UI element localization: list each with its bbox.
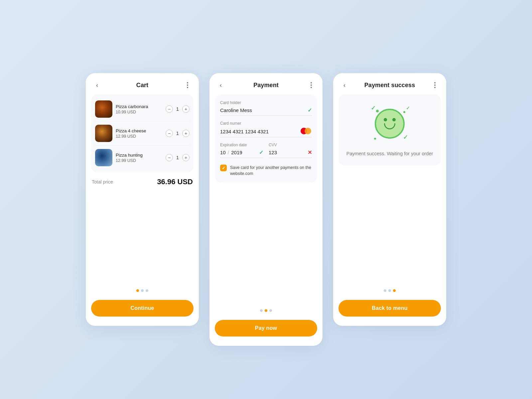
item-info: Pizza carbonara 10.99 USD	[112, 104, 166, 114]
table-row: Pizza hunting 12.99 USD − 1 +	[95, 146, 190, 170]
dot-active	[136, 289, 139, 292]
cvv-field: CVV 123 ✕	[269, 143, 312, 158]
dot-inactive	[141, 289, 144, 292]
cart-header: ‹ Cart	[86, 73, 199, 94]
expiry-field: Expiration date 10 / 2019 ✓	[220, 143, 263, 158]
pizza-4cheese-image	[95, 125, 112, 142]
success-content: ✓ ✓ ✓ Payment success. Waiting for your …	[338, 94, 441, 166]
increase-qty-button[interactable]: +	[182, 154, 190, 161]
item-name: Pizza hunting	[116, 153, 162, 158]
success-title: Payment success	[364, 82, 415, 89]
decrease-qty-button[interactable]: −	[166, 105, 173, 113]
valid-check-icon: ✓	[308, 107, 312, 113]
page-indicator	[333, 285, 446, 295]
mastercard-icon	[301, 128, 312, 135]
increase-qty-button[interactable]: +	[182, 105, 190, 113]
cart-screen: ‹ Cart Pizza carbonara 10.99 USD − 1 + P…	[86, 73, 199, 326]
expiry-valid-icon: ✓	[259, 149, 263, 156]
pizza-carbonara-image	[95, 100, 112, 118]
dot-inactive	[260, 309, 263, 312]
cart-title: Cart	[136, 82, 148, 89]
dot-inactive	[384, 289, 386, 292]
item-quantity: − 1 +	[166, 105, 190, 113]
smiley-eyes	[384, 118, 396, 121]
cvv-label: CVV	[269, 143, 312, 147]
cvv-value: 123	[269, 150, 308, 155]
decrease-qty-button[interactable]: −	[166, 154, 173, 161]
continue-button[interactable]: Continue	[91, 300, 194, 317]
deco-dot	[374, 138, 376, 140]
menu-button[interactable]	[183, 80, 192, 90]
dot-inactive	[388, 289, 391, 292]
payment-title: Payment	[253, 82, 279, 89]
deco-dot	[376, 110, 379, 112]
item-info: Pizza 4 cheese 12.99 USD	[112, 128, 166, 139]
dot-inactive	[269, 309, 272, 312]
success-header: ‹ Payment success	[333, 73, 446, 94]
table-row: Pizza carbonara 10.99 USD − 1 +	[95, 97, 190, 121]
back-button[interactable]: ‹	[340, 80, 349, 90]
success-message: Payment success. Waiting for your order	[346, 150, 433, 158]
qty-value: 1	[176, 131, 180, 136]
page-indicator	[209, 305, 323, 315]
cvv-row: 123 ✕	[269, 149, 312, 158]
item-quantity: − 1 +	[166, 130, 190, 137]
table-row: Pizza 4 cheese 12.99 USD − 1 +	[95, 121, 190, 146]
item-price: 10.99 USD	[116, 110, 162, 114]
dot-inactive	[146, 289, 148, 292]
expiry-cvv-row: Expiration date 10 / 2019 ✓ CVV 123 ✕	[220, 143, 312, 163]
menu-button[interactable]	[430, 80, 440, 90]
increase-qty-button[interactable]: +	[182, 130, 190, 137]
smiley-mouth	[384, 123, 395, 129]
dot-active	[265, 309, 267, 312]
cart-total: Total price 36.96 USD	[86, 172, 199, 189]
expiry-value: 10 / 2019	[220, 150, 259, 155]
qty-value: 1	[176, 106, 180, 112]
save-card-checkbox[interactable]: ✓	[220, 165, 227, 171]
item-info: Pizza hunting 12.99 USD	[112, 153, 166, 163]
success-animation: ✓ ✓ ✓	[368, 104, 411, 144]
item-quantity: − 1 +	[166, 154, 190, 161]
item-price: 12.99 USD	[116, 134, 162, 139]
check-tr-icon: ✓	[406, 105, 410, 111]
dot-active	[393, 289, 396, 292]
card-number-label: Card numer	[220, 121, 312, 126]
save-card-text: Save card for your another payments on t…	[230, 165, 312, 177]
expiry-year: 2019	[231, 150, 242, 155]
cart-items-list: Pizza carbonara 10.99 USD − 1 + Pizza 4 …	[91, 94, 194, 172]
back-button[interactable]: ‹	[92, 80, 102, 90]
success-screen: ‹ Payment success ✓ ✓ ✓ Payment success.…	[333, 73, 446, 326]
expiry-row: 10 / 2019 ✓	[220, 149, 263, 158]
deco-dot	[403, 111, 405, 113]
card-holder-row: Caroline Mess ✓	[220, 107, 312, 116]
pizza-hunting-image	[95, 149, 112, 166]
total-label: Total price	[92, 179, 113, 185]
card-number-field: Card numer 1234 4321 1234 4321	[220, 121, 312, 137]
item-price: 12.99 USD	[116, 158, 162, 163]
cvv-invalid-icon: ✕	[308, 149, 312, 156]
card-holder-label: Card holder	[220, 100, 312, 105]
payment-header: ‹ Payment	[209, 73, 323, 94]
card-holder-value: Caroline Mess	[220, 107, 308, 113]
check-br-icon: ✓	[403, 134, 408, 141]
decrease-qty-button[interactable]: −	[166, 130, 173, 137]
back-to-menu-button[interactable]: Back to menu	[338, 300, 441, 317]
payment-form: Card holder Caroline Mess ✓ Card numer 1…	[215, 94, 317, 183]
card-number-value: 1234 4321 1234 4321	[220, 129, 301, 134]
total-value: 36.96 USD	[157, 178, 193, 186]
item-name: Pizza carbonara	[116, 104, 162, 109]
save-card-row: ✓ Save card for your another payments on…	[220, 165, 312, 177]
item-name: Pizza 4 cheese	[116, 128, 162, 133]
smiley-face-icon	[375, 109, 405, 139]
qty-value: 1	[176, 155, 180, 160]
pay-now-button[interactable]: Pay now	[215, 320, 317, 336]
card-number-row: 1234 4321 1234 4321	[220, 128, 312, 137]
page-indicator	[86, 285, 199, 295]
expiry-label: Expiration date	[220, 143, 263, 147]
card-holder-field: Card holder Caroline Mess ✓	[220, 100, 312, 116]
menu-button[interactable]	[307, 80, 316, 90]
expiry-month: 10	[220, 150, 226, 155]
payment-screen: ‹ Payment Card holder Caroline Mess ✓ Ca…	[209, 73, 323, 346]
back-button[interactable]: ‹	[216, 80, 225, 90]
check-tl-icon: ✓	[371, 104, 376, 112]
